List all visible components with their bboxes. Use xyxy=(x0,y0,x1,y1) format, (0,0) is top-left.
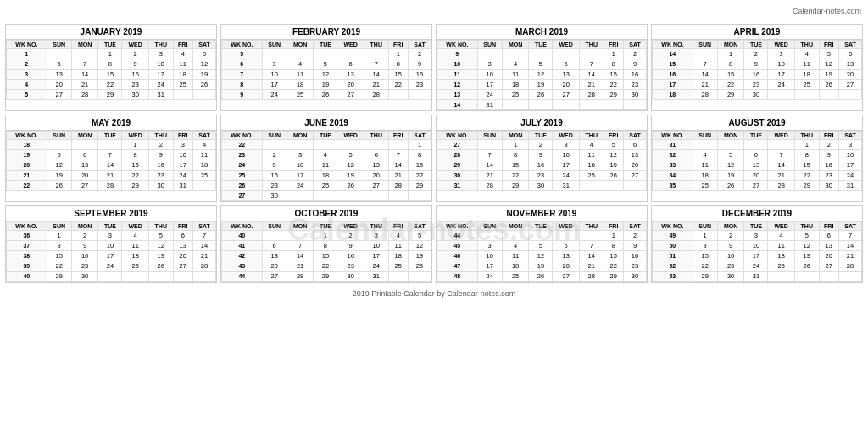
day-cell: 24 xyxy=(262,90,287,100)
table-row: 3418192021222324 xyxy=(653,171,862,181)
month-title: JUNE 2019 xyxy=(221,115,431,131)
day-cell: 2 xyxy=(262,150,287,160)
day-cell: 6 xyxy=(553,241,580,251)
week-number: 3 xyxy=(7,70,47,80)
day-cell: 19 xyxy=(717,171,744,181)
week-number: 5 xyxy=(7,90,47,100)
col-header: WK NO. xyxy=(7,222,47,231)
day-cell: 25 xyxy=(502,90,529,100)
col-header: SUN xyxy=(693,222,717,231)
col-header: TUE xyxy=(529,222,553,231)
day-cell: 15 xyxy=(604,251,623,261)
week-number: 6 xyxy=(222,59,263,70)
day-cell: 17 xyxy=(768,70,795,80)
col-header: SAT xyxy=(192,132,215,140)
day-cell: 23 xyxy=(122,80,149,90)
day-cell: 23 xyxy=(623,80,646,90)
col-header: TUE xyxy=(529,41,553,49)
col-header: SUN xyxy=(47,132,71,140)
day-cell xyxy=(287,191,314,201)
week-number: 11 xyxy=(437,70,478,80)
day-cell xyxy=(388,191,408,201)
day-cell: 5 xyxy=(314,59,337,70)
day-cell: 12 xyxy=(795,241,820,251)
day-cell: 18 xyxy=(795,70,820,80)
month-title: SEPTEMBER 2019 xyxy=(6,206,216,221)
day-cell: 19 xyxy=(337,171,364,181)
week-number: 19 xyxy=(7,150,47,160)
day-cell: 20 xyxy=(819,251,838,261)
day-cell xyxy=(502,49,529,59)
day-cell: 28 xyxy=(580,90,604,100)
day-cell: 16 xyxy=(408,70,431,80)
table-row: 912 xyxy=(437,49,647,59)
day-cell: 30 xyxy=(744,90,768,100)
week-number: 21 xyxy=(7,171,47,181)
week-number: 10 xyxy=(437,59,478,70)
day-cell: 15 xyxy=(795,160,820,171)
col-header: TUE xyxy=(744,41,768,49)
day-cell: 12 xyxy=(717,160,744,171)
week-number: 15 xyxy=(653,59,693,70)
day-cell: 4 xyxy=(693,150,717,160)
day-cell: 27 xyxy=(819,261,838,272)
day-cell: 22 xyxy=(314,261,337,272)
calendar-block-7: JULY 2019WK NO.SUNMONTUEWEDTHUFRISAT2712… xyxy=(436,115,648,202)
day-cell: 26 xyxy=(337,181,364,191)
day-cell: 27 xyxy=(337,90,364,100)
week-number: 8 xyxy=(222,80,263,90)
day-cell xyxy=(287,49,314,59)
day-cell: 3 xyxy=(553,140,580,150)
day-cell: 23 xyxy=(744,80,768,90)
day-cell: 24 xyxy=(98,261,122,272)
day-cell: 10 xyxy=(768,59,795,70)
day-cell: 9 xyxy=(623,241,646,251)
day-cell: 27 xyxy=(173,261,192,272)
day-cell: 27 xyxy=(553,90,580,100)
day-cell xyxy=(768,90,795,100)
day-cell: 5 xyxy=(337,150,364,160)
day-cell: 18 xyxy=(287,80,314,90)
table-row: 1614151617181920 xyxy=(653,70,862,80)
day-cell: 13 xyxy=(47,70,71,80)
col-header: WED xyxy=(768,132,795,140)
col-header: SAT xyxy=(623,132,646,140)
col-header: FRI xyxy=(388,41,408,49)
week-number: 34 xyxy=(653,171,693,181)
day-cell: 13 xyxy=(819,241,838,251)
day-cell: 30 xyxy=(623,272,646,282)
table-row: 313141516171819 xyxy=(7,70,216,80)
day-cell: 5 xyxy=(149,231,174,241)
col-header: TUE xyxy=(744,132,768,140)
day-cell: 8 xyxy=(314,241,337,251)
col-header: THU xyxy=(149,132,174,140)
day-cell: 26 xyxy=(314,90,337,100)
table-row: 37891011121314 xyxy=(7,241,216,251)
table-row: 4412 xyxy=(437,231,647,241)
day-cell: 25 xyxy=(287,90,314,100)
day-cell xyxy=(337,191,364,201)
day-cell: 21 xyxy=(364,80,389,90)
day-cell: 12 xyxy=(314,70,337,80)
col-header: FRI xyxy=(604,222,623,231)
day-cell: 3 xyxy=(477,59,502,70)
day-cell: 2 xyxy=(529,140,553,150)
table-row: 22262728293031 xyxy=(7,181,216,191)
table-row: 4610111213141516 xyxy=(437,251,647,261)
day-cell: 7 xyxy=(98,150,122,160)
table-row: 18282930 xyxy=(653,90,862,100)
day-cell: 11 xyxy=(388,241,408,251)
day-cell: 15 xyxy=(717,70,744,80)
day-cell: 6 xyxy=(553,59,580,70)
week-number: 14 xyxy=(437,100,478,110)
day-cell: 9 xyxy=(529,150,553,160)
week-number: 17 xyxy=(653,80,693,90)
watermark-top-right: Calendar-notes.com xyxy=(793,7,861,15)
day-cell: 17 xyxy=(287,171,314,181)
day-cell: 3 xyxy=(98,231,122,241)
week-number: 48 xyxy=(437,272,478,282)
day-cell: 16 xyxy=(744,70,768,80)
col-header: WK NO. xyxy=(222,222,263,231)
table-row: 416789101112 xyxy=(222,241,431,251)
month-title: MARCH 2019 xyxy=(437,25,647,40)
